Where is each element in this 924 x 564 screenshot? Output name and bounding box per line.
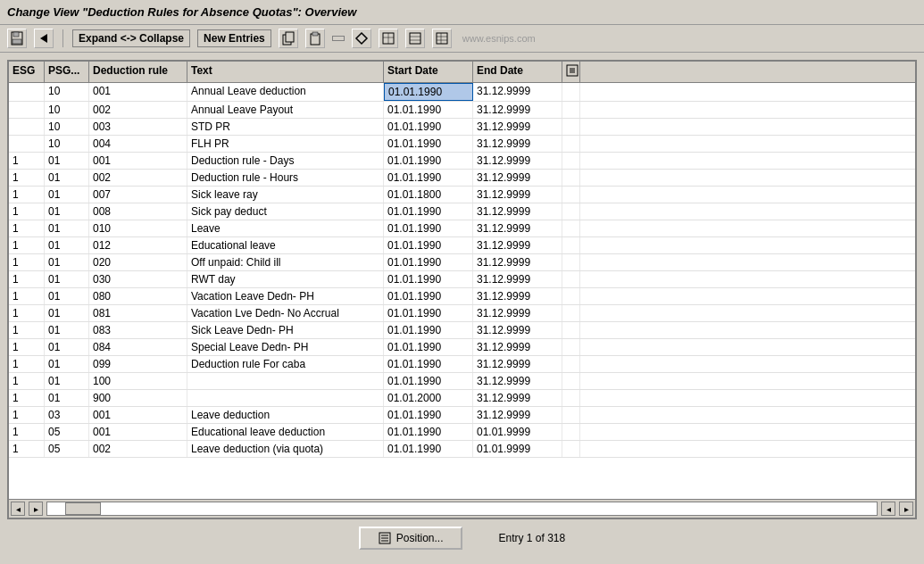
horizontal-scroll-thumb[interactable] (65, 502, 101, 515)
table-cell: 01.01.1990 (384, 237, 473, 253)
table-row[interactable]: 10001Annual Leave deduction01.01.199031.… (9, 83, 915, 102)
table-cell: 01 (45, 373, 89, 389)
table-row[interactable]: 101099Deduction rule For caba01.01.19903… (9, 356, 915, 373)
table-cell (562, 390, 580, 406)
grid-icon1[interactable] (379, 29, 398, 48)
table-row[interactable]: 10004FLH PR01.01.199031.12.9999 (9, 136, 915, 153)
table-cell: 084 (89, 339, 187, 355)
table-cell: 01.01.1990 (384, 119, 473, 135)
position-button[interactable]: Position... (359, 527, 463, 550)
table-cell: 01.01.1990 (384, 83, 473, 101)
table-row[interactable]: 101002Deduction rule - Hours01.01.199031… (9, 170, 915, 187)
table-row[interactable]: 101030RWT day01.01.199031.12.9999 (9, 271, 915, 288)
table-cell: 05 (45, 424, 89, 440)
scroll-right2-btn[interactable]: ◂ (881, 502, 895, 516)
table-cell: 1 (9, 271, 45, 287)
table-cell: Vacation Leave Dedn- PH (187, 288, 384, 304)
table-cell: 31.12.9999 (473, 187, 562, 203)
table-row[interactable]: 10003STD PR01.01.199031.12.9999 (9, 119, 915, 136)
title-bar: Change View "Deduction Rules for Absence… (0, 0, 924, 25)
table-cell: Sick Leave Dedn- PH (187, 322, 384, 338)
table-cell (562, 136, 580, 152)
table-row[interactable]: 10190001.01.200031.12.9999 (9, 390, 915, 407)
horizontal-scroll-track[interactable] (46, 502, 878, 516)
scroll-right3-btn[interactable]: ▸ (899, 502, 913, 516)
table-row[interactable]: 101083Sick Leave Dedn- PH01.01.199031.12… (9, 322, 915, 339)
table-row[interactable]: 101084Special Leave Dedn- PH01.01.199031… (9, 339, 915, 356)
table-cell: 081 (89, 305, 187, 321)
table-body[interactable]: 10001Annual Leave deduction01.01.199031.… (9, 83, 915, 499)
table-cell: 001 (89, 407, 187, 423)
expand-collapse-btn[interactable]: Expand <-> Collapse (72, 29, 190, 47)
table-cell: 001 (89, 153, 187, 169)
table-cell: Educational leave (187, 237, 384, 253)
table-cell: 10 (45, 119, 89, 135)
content-area: ESG PSG... Deduction rule Text Start Dat… (0, 53, 924, 564)
grid-icon3[interactable] (432, 29, 452, 48)
scroll-left-btn[interactable]: ◂ (11, 502, 25, 516)
table-cell: 01.01.1990 (384, 339, 473, 355)
table-cell: 10 (45, 102, 89, 118)
table-cell (562, 373, 580, 389)
table-cell: 1 (9, 170, 45, 186)
table-cell: 002 (89, 102, 187, 118)
table-cell: 1 (9, 356, 45, 372)
table-row[interactable]: 101020Off unpaid: Child ill01.01.199031.… (9, 254, 915, 271)
table-row[interactable]: 101081Vacation Lve Dedn- No Accrual01.01… (9, 305, 915, 322)
table-cell (187, 373, 384, 389)
paste-icon[interactable] (305, 29, 325, 48)
table-cell (9, 119, 45, 135)
table-row[interactable]: 105001Educational leave deduction01.01.1… (9, 424, 915, 441)
table-cell: 020 (89, 254, 187, 270)
toolbar: Expand <-> Collapse New Entries www.esni… (0, 25, 924, 53)
delimit-btn[interactable] (332, 36, 345, 41)
table-row[interactable]: 101080Vacation Leave Dedn- PH01.01.19903… (9, 288, 915, 305)
back-icon[interactable] (34, 29, 54, 48)
copy-icon[interactable] (279, 29, 298, 48)
watermark: www.esnips.com (462, 33, 536, 44)
table-cell: 083 (89, 322, 187, 338)
table-cell: Off unpaid: Child ill (187, 254, 384, 270)
table-row[interactable]: 10002Annual Leave Payout01.01.199031.12.… (9, 102, 915, 119)
table-cell: 31.12.9999 (473, 102, 562, 118)
table-row[interactable]: 101007Sick leave ray01.01.180031.12.9999 (9, 187, 915, 203)
table-cell: 31.12.9999 (473, 119, 562, 135)
table-cell (562, 220, 580, 236)
table-cell: 1 (9, 220, 45, 236)
table-row[interactable]: 103001Leave deduction01.01.199031.12.999… (9, 407, 915, 424)
col-scroll-indicator (562, 62, 580, 82)
table-cell: 10 (45, 83, 89, 101)
table-row[interactable]: 10110001.01.199031.12.9999 (9, 373, 915, 390)
table-cell: 001 (89, 424, 187, 440)
save-icon[interactable] (7, 29, 27, 48)
table-row[interactable]: 105002Leave deduction (via quota)01.01.1… (9, 441, 915, 458)
table-row[interactable]: 101001Deduction rule - Days01.01.199031.… (9, 153, 915, 170)
table-cell (562, 322, 580, 338)
table-cell: 004 (89, 136, 187, 152)
diamond-icon[interactable] (352, 29, 371, 48)
col-text: Text (187, 62, 384, 82)
table-cell: 01 (45, 237, 89, 253)
table-cell: 01.01.1990 (384, 271, 473, 287)
table-row[interactable]: 101008Sick pay deduct01.01.199031.12.999… (9, 203, 915, 220)
table-cell: 01.01.1990 (384, 356, 473, 372)
table-cell: 31.12.9999 (473, 339, 562, 355)
scroll-right-btn[interactable]: ▸ (29, 502, 43, 516)
table-cell (562, 203, 580, 220)
table-row[interactable]: 101010Leave01.01.199031.12.9999 (9, 220, 915, 237)
table-header: ESG PSG... Deduction rule Text Start Dat… (9, 62, 915, 83)
table-cell: 01 (45, 220, 89, 236)
new-entries-btn[interactable]: New Entries (197, 29, 271, 47)
horizontal-scrollbar[interactable]: ◂ ▸ ◂ ▸ (9, 499, 915, 518)
table-cell: 01 (45, 153, 89, 169)
table-row[interactable]: 101012Educational leave01.01.199031.12.9… (9, 237, 915, 254)
table-cell (9, 102, 45, 118)
col-deduction-rule: Deduction rule (89, 62, 187, 82)
table-cell: 01.01.1990 (384, 254, 473, 270)
table-cell: 008 (89, 203, 187, 220)
main-window: Change View "Deduction Rules for Absence… (0, 0, 924, 564)
table-cell: 1 (9, 441, 45, 457)
grid-icon2[interactable] (405, 29, 425, 48)
table-cell: 100 (89, 373, 187, 389)
table-cell: Special Leave Dedn- PH (187, 339, 384, 355)
